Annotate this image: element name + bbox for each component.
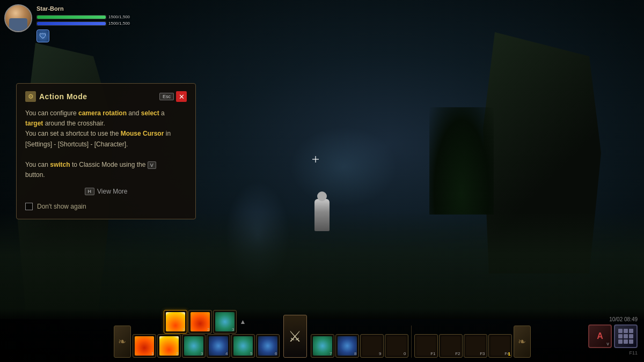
main-slot-num-2: 2 bbox=[176, 351, 178, 356]
hud-buttons-row: A V bbox=[588, 324, 638, 348]
fkey-label-f3: F3 bbox=[480, 351, 485, 356]
mp-bar-track bbox=[36, 21, 106, 26]
hp-label: 1500/1,500 bbox=[108, 14, 138, 19]
right-hud: 10/02 08:49 A V F11 bbox=[588, 316, 638, 356]
popup-controls: Esc ✕ bbox=[159, 91, 187, 102]
popup-line4: [Settings] - [Shortcuts] - [Character]. bbox=[25, 139, 187, 150]
grid-dot-7 bbox=[618, 339, 623, 344]
quick-skill-row: 1 2 3 ▲ bbox=[164, 310, 248, 334]
page-up-arrow[interactable]: ▲ bbox=[240, 318, 246, 326]
popup-title-area: ⚙ Action Mode bbox=[25, 91, 87, 102]
main-slot-num-4: 4 bbox=[225, 351, 228, 356]
esc-key-badge: Esc bbox=[159, 93, 174, 100]
popup-line3: You can set a shortcut to use the Mouse … bbox=[25, 129, 187, 139]
scene-glow bbox=[290, 127, 397, 207]
popup-body: You can configure camera rotation and se… bbox=[25, 108, 187, 180]
fkey-slot-f4[interactable]: F4 1 bbox=[488, 334, 512, 358]
grid-dot-9 bbox=[629, 339, 633, 344]
popup-line1: You can configure camera rotation and se… bbox=[25, 108, 187, 119]
hp-bar-fill bbox=[37, 16, 106, 19]
main-slot-num-5: 5 bbox=[250, 351, 252, 356]
weapon-slot[interactable]: ⚔ bbox=[283, 315, 307, 358]
right-slot-num-2: 8 bbox=[354, 351, 356, 356]
highlight-mouse-cursor: Mouse Cursor bbox=[121, 130, 164, 137]
skill-slot-right-1[interactable]: 7 bbox=[311, 334, 334, 358]
mp-bar-fill bbox=[37, 22, 106, 25]
skill-slot-right-2[interactable]: 8 bbox=[335, 334, 359, 358]
skill-slot-main-2[interactable]: 2 bbox=[157, 334, 181, 358]
right-slot-num-1: 7 bbox=[330, 351, 332, 356]
slot-num-2: 2 bbox=[207, 327, 209, 332]
main-slot-num-6: 6 bbox=[275, 351, 277, 356]
h-key-badge: H bbox=[85, 188, 95, 195]
player-character bbox=[314, 199, 330, 231]
fkey-section: F1 F2 F3 F4 1 bbox=[414, 310, 512, 358]
main-slot-num-3: 3 bbox=[201, 351, 203, 356]
skill-slot-top-3[interactable]: 3 bbox=[213, 310, 237, 334]
skill-section-right: 7 8 9 0 bbox=[311, 310, 408, 358]
skill-slot-main-5[interactable]: 5 bbox=[231, 334, 255, 358]
slot-num-1: 1 bbox=[182, 327, 185, 332]
bottom-bar-inner: ❧ 1 2 3 ▲ bbox=[114, 310, 531, 358]
mode-key-hint: V bbox=[606, 342, 609, 346]
v-key-badge: V bbox=[148, 161, 156, 169]
highlight-target: target bbox=[25, 120, 43, 127]
popup-footer: Don't show again bbox=[25, 203, 187, 210]
fkey-slot-f2[interactable]: F2 bbox=[439, 334, 463, 358]
fn-label: F11 bbox=[629, 350, 638, 356]
timestamp: 10/02 08:49 bbox=[609, 316, 638, 322]
grid-dot-2 bbox=[624, 329, 628, 333]
skill-slot-right-3[interactable]: 9 bbox=[360, 334, 384, 358]
popup-line2: target around the crosshair. bbox=[25, 119, 187, 129]
grid-menu-button[interactable] bbox=[614, 324, 638, 348]
right-slot-num-3: 9 bbox=[379, 351, 381, 356]
fkey-slot-f1[interactable]: F1 bbox=[414, 334, 438, 358]
skill-slot-right-4[interactable]: 0 bbox=[385, 334, 408, 358]
fkey-row: F1 F2 F3 F4 1 bbox=[414, 334, 512, 358]
right-skill-row: 7 8 9 0 bbox=[311, 334, 408, 358]
grid-dot-1 bbox=[618, 329, 623, 333]
skill-slot-main-1[interactable]: 1 bbox=[133, 334, 156, 358]
mode-toggle-button[interactable]: A V bbox=[588, 324, 612, 348]
player-name: Star-Born bbox=[36, 5, 138, 12]
grid-dot-3 bbox=[629, 329, 633, 333]
fkey-slot-f3[interactable]: F3 bbox=[464, 334, 487, 358]
skill-slot-main-3[interactable]: 3 bbox=[182, 334, 206, 358]
skill-slot-top-1[interactable]: 1 bbox=[164, 310, 187, 334]
skill-section-left: 1 2 3 ▲ 1 bbox=[133, 310, 280, 358]
hp-bar-container: 1500/1,500 bbox=[36, 14, 138, 19]
bar-right-end: ❧ bbox=[514, 326, 531, 358]
fkey-label-f1: F1 bbox=[430, 351, 435, 356]
highlight-switch: switch bbox=[50, 161, 70, 168]
bar-left-end: ❧ bbox=[114, 326, 131, 358]
hud-topleft: Star-Born 1500/1,500 1500/1,500 🛡 bbox=[4, 4, 138, 42]
grid-dot-5 bbox=[624, 334, 628, 338]
crosshair bbox=[310, 154, 321, 165]
action-mode-icon: ⚙ bbox=[25, 91, 36, 102]
fkey-label-f2: F2 bbox=[455, 351, 460, 356]
main-slot-num-1: 1 bbox=[151, 351, 153, 356]
bar-divider bbox=[411, 326, 412, 358]
grid-dot-6 bbox=[629, 334, 633, 338]
dont-show-checkbox[interactable] bbox=[25, 203, 33, 210]
slot-num-3: 3 bbox=[232, 327, 234, 332]
mp-bar-container: 1500/1,500 bbox=[36, 21, 138, 26]
view-more-button[interactable]: H View More bbox=[25, 188, 187, 195]
scene-trees bbox=[429, 107, 494, 215]
skill-slot-main-6[interactable]: 6 bbox=[256, 334, 280, 358]
grid-dot-4 bbox=[618, 334, 623, 338]
hud-bars: Star-Born 1500/1,500 1500/1,500 🛡 bbox=[36, 5, 138, 42]
popup-header: ⚙ Action Mode Esc ✕ bbox=[25, 91, 187, 102]
mp-label: 1500/1,500 bbox=[108, 21, 138, 26]
view-more-label: View More bbox=[97, 188, 127, 195]
popup-line6: button. bbox=[25, 170, 187, 180]
skill-slot-main-4[interactable]: 4 bbox=[207, 334, 230, 358]
skill-slot-top-2[interactable]: 2 bbox=[188, 310, 212, 334]
main-skill-row: 1 2 3 4 5 bbox=[133, 334, 280, 358]
highlight-camera-rotation: camera rotation bbox=[78, 109, 127, 117]
popup-close-button[interactable]: ✕ bbox=[176, 91, 187, 102]
weapon-icon: ⚔ bbox=[288, 328, 302, 345]
dont-show-label[interactable]: Don't show again bbox=[37, 203, 86, 210]
popup-title: Action Mode bbox=[39, 92, 87, 101]
bottom-action-bar: ❧ 1 2 3 ▲ bbox=[0, 308, 644, 362]
